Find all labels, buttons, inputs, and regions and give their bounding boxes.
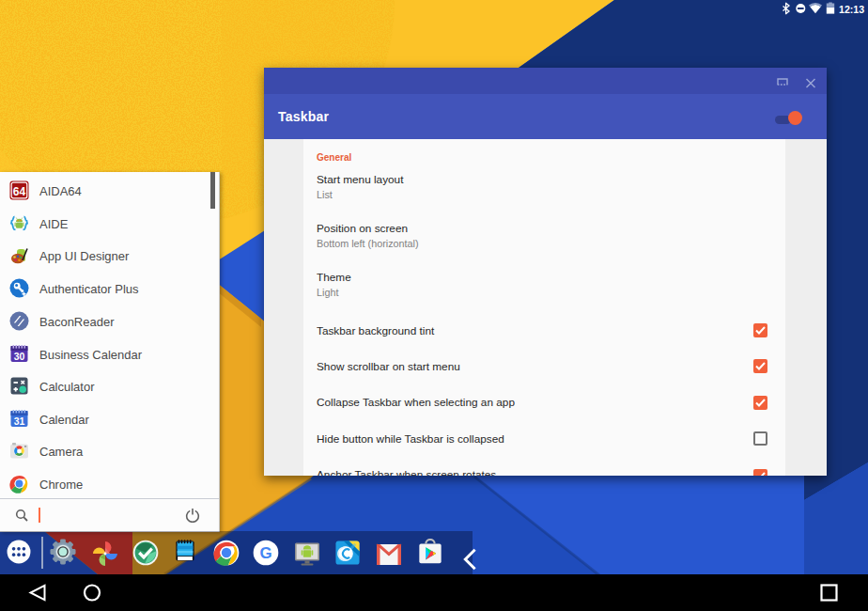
svg-text:12:13: 12:13 [839, 4, 864, 15]
svg-text:31: 31 [14, 415, 25, 427]
svg-text:G: G [259, 544, 271, 562]
svg-text:64: 64 [13, 185, 26, 198]
svg-text:30: 30 [14, 351, 25, 362]
